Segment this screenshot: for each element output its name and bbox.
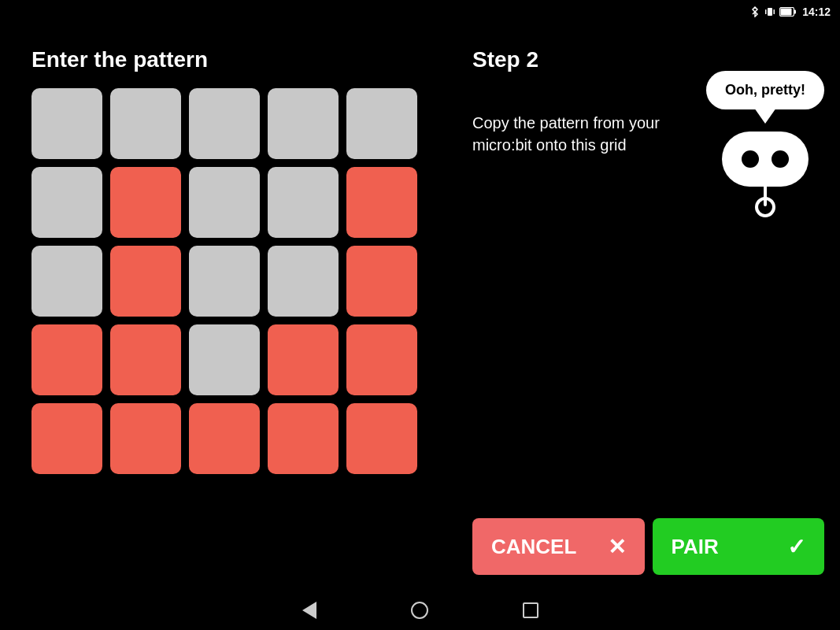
- grid-cell-0-2[interactable]: [189, 88, 260, 159]
- robot-area: Ooh, pretty!: [706, 71, 824, 187]
- pair-button[interactable]: PAIR ✓: [653, 518, 825, 575]
- status-bar: 14:12: [0, 0, 840, 24]
- svg-rect-1: [765, 9, 767, 14]
- grid-cell-1-2[interactable]: [189, 167, 260, 238]
- instruction-text: Copy the pattern from your micro:bit ont…: [472, 112, 709, 156]
- grid-cell-2-2[interactable]: [189, 246, 260, 317]
- robot-body: [722, 132, 809, 187]
- grid-cell-4-4[interactable]: [346, 403, 417, 474]
- step-title: Step 2: [472, 47, 816, 72]
- grid-cell-0-0[interactable]: [31, 88, 102, 159]
- pattern-title: Enter the pattern: [31, 47, 417, 72]
- recents-icon[interactable]: [523, 602, 538, 618]
- back-icon[interactable]: [302, 602, 316, 619]
- bluetooth-icon: [749, 6, 760, 17]
- pattern-grid: [31, 88, 417, 474]
- speech-text: Ooh, pretty!: [725, 82, 805, 98]
- vibrate-icon: [764, 6, 775, 17]
- grid-cell-0-4[interactable]: [346, 88, 417, 159]
- cancel-button[interactable]: CANCEL ✕: [472, 518, 645, 575]
- grid-cell-3-1[interactable]: [110, 324, 181, 395]
- grid-cell-4-3[interactable]: [268, 403, 339, 474]
- grid-cell-2-4[interactable]: [346, 246, 417, 317]
- grid-cell-2-0[interactable]: [31, 246, 102, 317]
- svg-rect-2: [774, 9, 775, 14]
- grid-cell-3-2[interactable]: [189, 324, 260, 395]
- grid-cell-0-3[interactable]: [268, 88, 339, 159]
- svg-rect-5: [781, 9, 792, 16]
- svg-rect-4: [794, 10, 797, 14]
- status-icons: 14:12: [749, 6, 831, 18]
- cancel-icon: ✕: [608, 534, 626, 560]
- grid-cell-1-0[interactable]: [31, 167, 102, 238]
- grid-cell-2-3[interactable]: [268, 246, 339, 317]
- clock-time: 14:12: [802, 6, 831, 18]
- home-icon[interactable]: [411, 602, 428, 619]
- grid-cell-3-0[interactable]: [31, 324, 102, 395]
- robot-eye-left: [742, 150, 759, 168]
- pair-check-icon: ✓: [787, 534, 805, 560]
- right-panel: Step 2 Ooh, pretty! Copy the pattern fro…: [449, 24, 840, 591]
- grid-cell-1-1[interactable]: [110, 167, 181, 238]
- grid-cell-3-3[interactable]: [268, 324, 339, 395]
- grid-cell-0-1[interactable]: [110, 88, 181, 159]
- grid-cell-3-4[interactable]: [346, 324, 417, 395]
- left-panel: Enter the pattern: [0, 24, 449, 591]
- nav-bar: [0, 591, 840, 630]
- battery-icon: [779, 7, 797, 17]
- grid-cell-4-2[interactable]: [189, 403, 260, 474]
- grid-cell-1-4[interactable]: [346, 167, 417, 238]
- robot-antenna: [764, 183, 767, 206]
- robot-eye-right: [772, 150, 789, 168]
- svg-rect-0: [768, 8, 772, 16]
- cancel-label: CANCEL: [491, 535, 576, 559]
- grid-cell-4-1[interactable]: [110, 403, 181, 474]
- main-content: Enter the pattern Step 2 Ooh, pretty! Co…: [0, 24, 840, 591]
- grid-cell-1-3[interactable]: [268, 167, 339, 238]
- grid-cell-4-0[interactable]: [31, 403, 102, 474]
- grid-cell-2-1[interactable]: [110, 246, 181, 317]
- speech-bubble: Ooh, pretty!: [706, 71, 824, 109]
- robot-face: [722, 132, 809, 187]
- button-row: CANCEL ✕ PAIR ✓: [472, 518, 824, 575]
- pair-label: PAIR: [672, 535, 719, 559]
